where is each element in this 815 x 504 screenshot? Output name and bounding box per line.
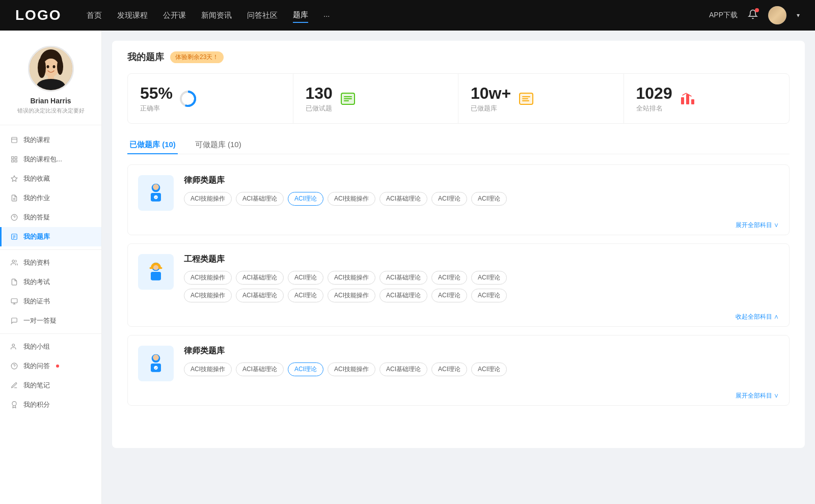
sidebar-item-favorites[interactable]: 我的收藏 [0,169,101,188]
bank-title-lawyer-2: 律师类题库 [184,346,779,356]
nav-qa[interactable]: 问答社区 [247,9,278,22]
bank-tag[interactable]: ACI理论 [471,271,507,285]
user-avatar[interactable] [768,6,786,24]
navbar: LOGO 首页 发现课程 公开课 新闻资讯 问答社区 题库 ··· APP下载 … [0,0,815,31]
svg-point-7 [46,65,49,68]
bank-tag[interactable]: ACI基础理论 [379,271,427,285]
svg-rect-9 [12,137,17,143]
bank-tag[interactable]: ACI技能操作 [328,362,375,376]
sidebar-item-course-package[interactable]: 我的课程包... [0,150,101,169]
notification-bell[interactable] [748,9,758,21]
svg-point-24 [12,260,15,263]
bank-tag[interactable]: ACI技能操作 [184,289,232,302]
bank-tag[interactable]: ACI技能操作 [328,271,375,285]
tab-done-banks[interactable]: 已做题库 (10) [127,136,178,154]
bank-content-engineer-1: 工程类题库 ACI技能操作 ACI基础理论 ACI理论 ACI技能操作 ACI基… [184,254,779,302]
sidebar-item-certificate[interactable]: 我的证书 [0,292,101,311]
stat-done-banks: 10w+ 已做题库 [458,74,624,123]
bank-icon-lawyer-1: ✓ [138,175,174,211]
bank-tag-selected[interactable]: ACI理论 [288,362,323,376]
nav-discover[interactable]: 发现课程 [117,9,148,22]
bank-tag[interactable]: ACI技能操作 [184,271,232,285]
bank-tag[interactable]: ACI理论 [431,192,467,206]
bank-tag[interactable]: ACI技能操作 [328,192,375,206]
bank-tags-lawyer-2: ACI技能操作 ACI基础理论 ACI理论 ACI技能操作 ACI基础理论 AC… [184,362,779,376]
bank-expand-lawyer-1[interactable]: 展开全部科目 ∨ [736,221,779,230]
chat-icon [10,317,18,325]
bank-card-lawyer-1: ✓ 律师类题库 ACI技能操作 ACI基础理论 ACI理论 ACI技能操作 AC… [127,164,790,235]
bank-tag[interactable]: ACI基础理论 [379,289,427,302]
profile-motto: 错误的决定比没有决定要好 [17,107,85,115]
sidebar-item-group[interactable]: 我的小组 [0,337,101,356]
bank-tags-row1-engineer-1: ACI技能操作 ACI基础理论 ACI理论 ACI技能操作 ACI基础理论 AC… [184,271,779,285]
nav-news[interactable]: 新闻资讯 [201,9,232,22]
sidebar-profile: Brian Harris 错误的决定比没有决定要好 [0,41,101,125]
bank-title-lawyer-1: 律师类题库 [184,175,779,186]
nav-more[interactable]: ··· [323,9,330,22]
sidebar-item-my-course[interactable]: 我的课程 [0,130,101,150]
sidebar-item-my-data[interactable]: 我的资料 [0,253,101,272]
svg-point-4 [57,59,63,75]
main-content: 我的题库 体验剩余23天！ 55% 正确率 [102,31,815,504]
nav-question-bank[interactable]: 题库 [293,8,308,23]
bank-tag[interactable]: ACI理论 [471,362,507,376]
tabs-row: 已做题库 (10) 可做题库 (10) [127,136,790,154]
svg-text:✓: ✓ [155,367,157,370]
profile-name: Brian Harris [30,97,71,105]
sidebar-item-questions[interactable]: 我的答疑 [0,208,101,227]
bank-expand-lawyer-2[interactable]: 展开全部科目 ∨ [736,391,779,400]
certificate-icon [10,297,18,305]
bank-tag[interactable]: ACI理论 [431,271,467,285]
nav-open-course[interactable]: 公开课 [163,9,186,22]
sidebar-item-one-on-one[interactable]: 一对一答疑 [0,311,101,330]
bank-tag[interactable]: ACI理论 [471,289,507,302]
bank-icon-engineer-1 [138,254,174,290]
user-menu-chevron[interactable]: ▾ [797,12,800,19]
course-package-icon [10,155,18,163]
bank-tag[interactable]: ACI理论 [288,289,323,302]
bank-tag-selected[interactable]: ACI理论 [288,192,323,206]
bank-tag[interactable]: ACI基础理论 [236,362,284,376]
bank-tag[interactable]: ACI理论 [431,362,467,376]
bank-tag[interactable]: ACI理论 [471,192,507,206]
stat-done-questions-label: 已做试题 [306,104,333,113]
bank-tag[interactable]: ACI基础理论 [236,192,284,206]
sidebar-item-homework[interactable]: 我的作业 [0,188,101,208]
bank-expand-engineer-1[interactable]: 收起全部科目 ∧ [736,313,779,321]
bank-tag[interactable]: ACI基础理论 [379,192,427,206]
svg-rect-56 [151,272,161,281]
nav-home[interactable]: 首页 [87,9,102,22]
app-download-button[interactable]: APP下载 [709,11,738,20]
stat-accuracy: 55% 正确率 [128,74,293,123]
svg-point-58 [153,355,159,361]
sidebar-item-exam[interactable]: 我的考试 [0,272,101,292]
profile-avatar[interactable] [28,46,74,92]
bank-tag[interactable]: ACI技能操作 [328,289,375,302]
bank-tag[interactable]: ACI理论 [431,289,467,302]
stat-done-banks-number: 10w+ [471,84,511,103]
bank-tag[interactable]: ACI技能操作 [184,362,232,376]
qa-notification-dot [56,365,59,368]
bank-card-lawyer-2: ✓ 律师类题库 ACI技能操作 ACI基础理论 ACI理论 ACI技能操作 AC… [127,335,790,406]
tab-available-banks[interactable]: 可做题库 (10) [193,136,243,154]
sidebar-menu: 我的课程 我的课程包... 我的收藏 我的作业 [0,125,101,419]
homework-icon [10,194,18,202]
svg-rect-25 [11,299,17,303]
bank-tag[interactable]: ACI基础理论 [379,362,427,376]
sidebar-item-my-qa[interactable]: 我的问答 [0,356,101,376]
bank-content-lawyer-1: 律师类题库 ACI技能操作 ACI基础理论 ACI理论 ACI技能操作 ACI基… [184,175,779,206]
svg-rect-45 [681,97,684,104]
notification-dot [755,8,759,12]
sidebar-item-points[interactable]: 我的积分 [0,395,101,414]
bank-tag[interactable]: ACI技能操作 [184,192,232,206]
points-icon [10,401,18,409]
bank-tag[interactable]: ACI基础理论 [236,289,284,302]
notes-icon [10,381,18,389]
stat-ranking-label: 全站排名 [636,104,672,113]
sidebar-item-question-bank[interactable]: 我的题库 [0,227,101,246]
svg-point-28 [12,344,15,347]
stat-done-banks-icon [517,90,535,108]
sidebar-item-notes[interactable]: 我的笔记 [0,376,101,395]
bank-tag[interactable]: ACI理论 [288,271,323,285]
bank-tag[interactable]: ACI基础理论 [236,271,284,285]
